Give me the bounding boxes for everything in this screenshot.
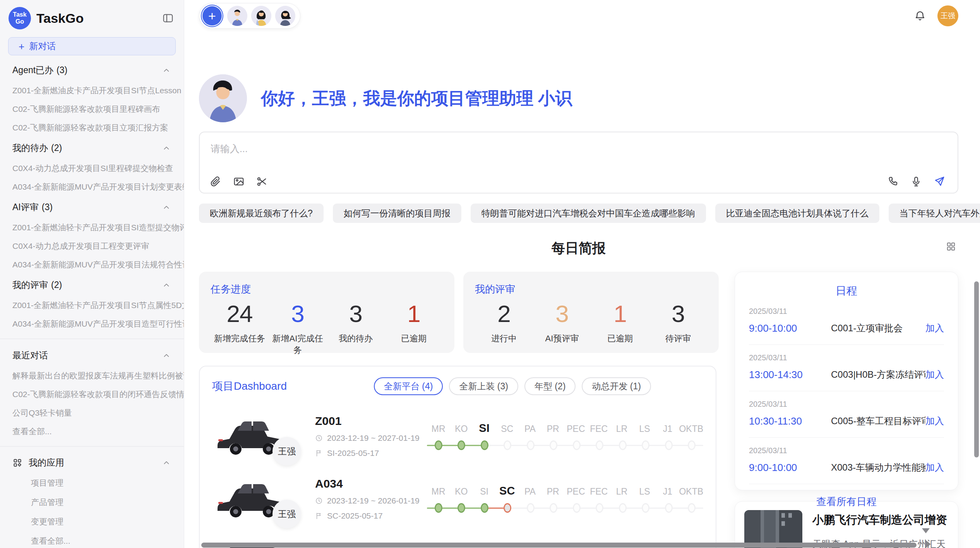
vertical-scrollbar[interactable] [974,281,979,457]
dashboard-filters: 全新平台 (4)全新上装 (3)年型 (2)动总开发 (1) [374,377,651,395]
recent-chat-item[interactable]: 解释最新出台的欧盟报废车法规再生塑料比例被调至15%... [0,366,184,385]
top-bar: + 王强 [199,4,958,28]
join-meeting-link[interactable]: 加入 [925,415,944,427]
attachment-icon[interactable] [210,176,221,187]
add-member-button[interactable]: + [202,6,222,26]
sidebar-task-item[interactable]: Z001-全新燃油皮卡产品开发项目SI节点Lesson Learn报告 [0,81,184,100]
join-meeting-link[interactable]: 加入 [925,368,944,381]
suggestion-chip[interactable]: 如何写一份清晰的项目周报 [333,204,461,223]
composer-placeholder: 请输入... [211,142,947,155]
milestone-label: LS [633,424,656,434]
image-icon[interactable] [233,176,245,187]
milestone-label: PR [541,486,564,497]
user-avatar[interactable]: 王强 [937,5,958,26]
milestone-label: PEC [564,424,587,434]
milestone-dot [642,440,649,450]
recent-chats-header[interactable]: 最近对话 [0,344,184,366]
milestone-dot [619,440,627,450]
flag-icon [315,449,323,457]
schedule-date: 2025/03/11 [749,353,944,362]
join-meeting-link[interactable]: 加入 [925,461,944,474]
notification-bell-icon[interactable] [914,10,926,22]
sidebar-task-item[interactable]: Z001-全新燃油轻卡产品开发项目SI造型提交物评审 [0,218,184,237]
sidebar-task-item[interactable]: C02-飞腾新能源轻客改款项目里程碑画布 [0,100,184,118]
send-icon[interactable] [934,176,945,187]
schedule-meeting-name: C003|H0B-方案冻结评审 [831,368,925,381]
recent-chat-item[interactable]: 公司Q3轻卡销量 [0,404,184,422]
app-sub-item[interactable]: 项目管理 [0,473,184,493]
app-sub-item[interactable]: 变更管理 [0,512,184,531]
my-apps-header[interactable]: 我的应用 [0,452,184,473]
project-row[interactable]: 王强A0342023-12-19 ~ 2026-01-19SC-2025-05-… [212,477,703,521]
join-meeting-link[interactable]: 加入 [925,322,944,334]
project-next-milestone: SI-2025-05-17 [315,449,421,458]
project-next-milestone: SC-2025-05-17 [315,511,421,521]
sidebar-group-count: (3) [42,202,53,212]
dashboard-filter-chip[interactable]: 全新上装 (3) [449,377,518,395]
sidebar-task-item[interactable]: C0X4-动力总成开发项目SI里程碑提交物检查 [0,159,184,178]
horizontal-scrollbar[interactable] [201,543,917,548]
schedule-item: 2025/03/1110:30-11:30C005-整车工程目标评审加入 [749,391,944,438]
milestone-dot [504,503,511,513]
scroll-down-arrow-icon[interactable] [922,528,930,533]
milestone-label: J1 [656,424,679,434]
phone-icon[interactable] [887,176,899,187]
clock-icon [315,497,323,505]
stat-label: 已逾期 [385,333,443,344]
project-row[interactable]: 王强Z0012023-12-19 ~ 2027-01-19SI-2025-05-… [212,414,703,458]
message-composer[interactable]: 请输入... [199,132,958,194]
sidebar-group-header[interactable]: Agent已办(3) [0,59,184,81]
milestone-dot [665,503,673,513]
suggestion-chip[interactable]: 特朗普可能对进口汽车增税会对中国车企造成哪些影响 [471,204,706,223]
briefing-stats-row: 任务进度24新增完成任务3新增AI完成任务3我的待办1已逾期我的评审2进行中3A… [199,272,716,353]
stat-value: 1 [385,300,443,327]
sidebar: Task Go TaskGo + 新对话 Agent已办(3)Z001-全新燃油… [0,0,184,548]
member-avatar[interactable] [251,6,271,26]
milestone-label: J1 [656,486,679,497]
layout-grid-icon[interactable] [946,241,956,252]
stat-label: 新增AI完成任务 [269,333,327,356]
milestone-label: SI [473,486,495,497]
sidebar-task-item[interactable]: A034-全新新能源MUV产品开发项目造型可行性评审 [0,315,184,333]
sidebar-task-item[interactable]: C02-飞腾新能源轻客改款项目立项汇报方案 [0,118,184,137]
sidebar-task-item[interactable]: A034-全新新能源MUV产品开发项目法规符合性评审 [0,255,184,274]
member-avatar[interactable] [275,6,295,26]
recent-view-all[interactable]: 查看全部... [0,422,184,441]
project-owner-badge: 王强 [272,437,301,466]
sidebar-task-item[interactable]: Z001-全新燃油轻卡产品开发项目SI节点属性5D文件评审 [0,296,184,315]
milestone-label: SC [496,485,519,497]
stat-label: 新增完成任务 [211,333,269,344]
project-code: Z001 [315,414,421,428]
sidebar-group-count: (2) [51,280,62,290]
milestone-label: FEC [588,486,610,497]
milestone-dot [642,503,649,513]
sidebar-task-item[interactable]: A034-全新新能源MUV产品开发项目计划变更表编写 [0,178,184,196]
sidebar-group-header[interactable]: 我的待办(2) [0,137,184,159]
recent-chat-item[interactable]: C02-飞腾新能源轻客改款项目的闭环通告反馈情况 [0,385,184,404]
microphone-icon[interactable] [910,176,922,187]
app-logo: Task Go [9,7,31,29]
member-avatar[interactable] [227,6,247,26]
new-chat-button[interactable]: + 新对话 [8,37,176,55]
suggestion-chip[interactable]: 欧洲新规最近颁布了什么? [199,204,324,223]
scroll-right-arrow-icon[interactable] [926,540,931,548]
dashboard-filter-chip[interactable]: 年型 (2) [524,377,576,395]
project-rows: 王强Z0012023-12-19 ~ 2027-01-19SI-2025-05-… [212,414,703,521]
scissors-icon[interactable] [256,176,268,187]
sidebar-group-header[interactable]: 我的评审(2) [0,274,184,296]
stat-item: 1已逾期 [591,300,649,344]
dashboard-filter-chip[interactable]: 动总开发 (1) [582,377,651,395]
project-dates-text: 2023-12-19 ~ 2027-01-19 [327,433,420,443]
dashboard-filter-chip[interactable]: 全新平台 (4) [374,377,443,395]
stat-label: 已逾期 [591,333,649,344]
flag-icon [315,512,323,520]
stat-value: 3 [327,300,385,327]
sidebar-collapse-icon[interactable] [162,12,174,24]
app-sub-item[interactable]: 查看全部... [0,531,184,548]
logo-text-bottom: Go [15,18,24,25]
suggestion-chip[interactable]: 比亚迪全固态电池计划具体说了什么 [715,204,879,223]
sidebar-task-item[interactable]: C0X4-动力总成开发项目工程变更评审 [0,237,184,255]
sidebar-group-header[interactable]: AI评审(3) [0,196,184,218]
app-sub-item[interactable]: 产品管理 [0,493,184,512]
suggestion-chip[interactable]: 当下年轻人对汽车外观有怎样的喜好趋势 [889,204,980,223]
